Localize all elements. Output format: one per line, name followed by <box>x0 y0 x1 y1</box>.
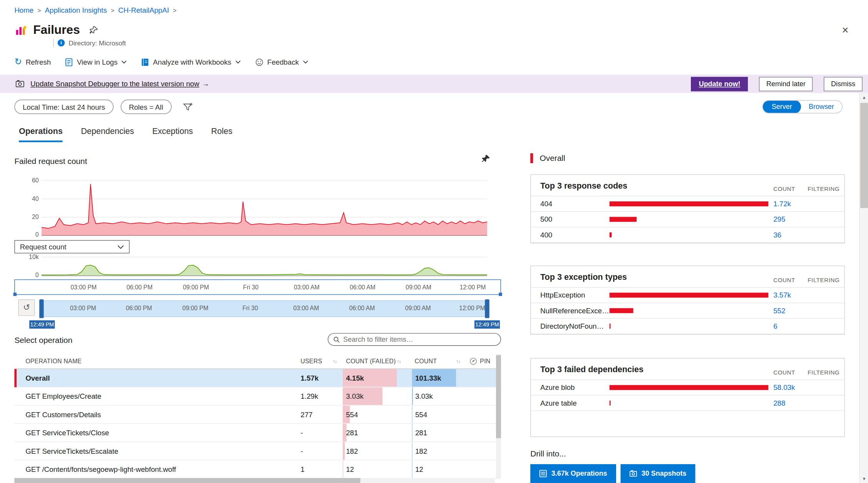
page-scrollbar[interactable]: ▲ ▼ <box>859 93 868 483</box>
scroll-up-icon[interactable]: ▲ <box>860 93 868 102</box>
brush-end-handle[interactable] <box>485 299 489 318</box>
table-row[interactable]: GET ServiceTickets/Close - 281 281 <box>14 424 501 442</box>
request-count-plot-area <box>42 257 487 276</box>
count-link[interactable]: 288 <box>773 399 785 407</box>
directory-row: i Directory: Microsoft <box>53 39 126 47</box>
scroll-down-icon[interactable]: ▼ <box>860 474 868 483</box>
count-bar <box>610 292 769 297</box>
sort-icon[interactable]: ↑↓ <box>456 359 460 364</box>
table-vertical-scrollbar[interactable] <box>496 354 501 478</box>
count-bar <box>610 308 633 313</box>
column-header-users[interactable]: USERS <box>287 354 333 368</box>
breadcrumb-home[interactable]: Home <box>14 6 34 15</box>
brush-start-handle[interactable] <box>39 299 44 318</box>
tab-roles[interactable]: Roles <box>211 126 232 142</box>
roles-filter-pill[interactable]: Roles = All <box>121 100 171 114</box>
scrollbar-thumb[interactable] <box>14 478 360 483</box>
table-horizontal-scrollbar[interactable] <box>14 478 495 483</box>
dismiss-button[interactable]: Dismiss <box>824 77 862 91</box>
range-handle[interactable] <box>499 292 502 296</box>
response-code-row[interactable]: 500 295 <box>531 211 845 227</box>
metric-select-dropdown[interactable]: Request count <box>14 240 129 254</box>
view-in-logs-button[interactable]: View in Logs <box>65 58 127 66</box>
x-axis-label: 03:00 AM <box>294 284 320 290</box>
table-row[interactable]: GET ServiceTickets/Escalate - 182 182 <box>14 442 501 460</box>
sort-icon[interactable]: ↑↓ <box>333 359 337 364</box>
refresh-label: Refresh <box>26 58 51 66</box>
brush-axis-label: 09:00 AM <box>405 305 431 311</box>
table-row[interactable]: GET Customers/Details 277 554 554 <box>14 406 501 424</box>
scrollbar-thumb[interactable] <box>860 103 868 208</box>
snapshots-drill-button[interactable]: 30 Snapshots <box>620 464 695 483</box>
tab-exceptions[interactable]: Exceptions <box>152 126 193 142</box>
brush-axis-label: 03:00 PM <box>70 305 96 311</box>
pin-column-icon[interactable] <box>469 358 477 365</box>
snapshot-debugger-icon <box>15 79 24 88</box>
brush-axis-label: 12:00 PM <box>459 305 485 311</box>
search-input[interactable] <box>343 336 495 343</box>
failed-dependency-row[interactable]: Azure table 288 <box>531 395 845 410</box>
tab-dependencies[interactable]: Dependencies <box>81 126 134 142</box>
brush-axis-label: Fri 30 <box>243 305 258 311</box>
server-toggle-button[interactable]: Server <box>763 100 801 114</box>
add-filter-icon[interactable] <box>180 100 194 114</box>
table-row-overall[interactable]: Overall 1.57k 4.15k 101.33k <box>14 369 501 387</box>
table-row[interactable]: GET Employees/Create 1.29k 3.03k 3.03k <box>14 387 501 405</box>
column-header-count-failed[interactable]: COUNT (FAILED) <box>343 354 397 368</box>
range-handle[interactable] <box>13 292 17 296</box>
count-column-header: COUNT <box>773 277 795 283</box>
response-code-row[interactable]: 404 1.72k <box>531 196 845 211</box>
feedback-button[interactable]: Feedback <box>255 58 308 66</box>
refresh-button[interactable]: ↻ Refresh <box>14 58 51 67</box>
info-icon[interactable]: i <box>58 39 65 47</box>
sort-icon[interactable]: ↑↓ <box>397 359 401 364</box>
chevron-down-icon <box>121 60 127 64</box>
x-axis-line <box>42 276 487 276</box>
count-link[interactable]: 552 <box>773 306 785 315</box>
exception-type-row[interactable]: HttpException 3.57k <box>531 287 845 303</box>
time-range-filter-pill[interactable]: Local Time: Last 24 hours <box>14 100 113 114</box>
pin-icon[interactable] <box>90 26 98 34</box>
operations-drill-button[interactable]: 3.67k Operations <box>530 464 616 483</box>
column-header-count[interactable]: COUNT <box>412 354 456 368</box>
remind-later-button[interactable]: Remind later <box>759 77 813 91</box>
scrollbar-thumb[interactable] <box>496 355 501 438</box>
brush-start-time-chip: 12:49 PM <box>29 320 55 329</box>
column-header-operation-name[interactable]: OPERATION NAME <box>14 354 287 368</box>
count-link[interactable]: 6 <box>773 322 777 331</box>
reset-zoom-button[interactable]: ↺ <box>18 299 35 316</box>
close-icon[interactable]: × <box>842 24 848 35</box>
search-icon <box>333 336 340 343</box>
count-bar <box>610 324 611 329</box>
time-axis-selection-box[interactable]: 03:00 PM 06:00 PM 09:00 PM Fri 30 03:00 … <box>14 279 501 295</box>
breadcrumb-application-insights[interactable]: Application Insights <box>45 6 107 15</box>
exception-type-row[interactable]: DirectoryNotFoun… 6 <box>531 318 845 334</box>
analyze-with-workbooks-button[interactable]: Analyze with Workbooks <box>141 58 241 66</box>
operation-search-box[interactable] <box>328 333 501 346</box>
breadcrumb-separator-icon: > <box>173 7 176 13</box>
failed-dependency-row[interactable]: Azure blob 58.03k <box>531 379 845 395</box>
browser-toggle-button[interactable]: Browser <box>801 103 842 110</box>
column-header-pin[interactable]: PIN <box>480 358 490 364</box>
overall-legend: Overall <box>530 153 565 163</box>
failed-request-count-chart[interactable]: 60 40 20 0 <box>14 175 501 236</box>
table-row[interactable]: GET /Content/fonts/segoewp-light-webfont… <box>14 460 501 478</box>
count-link[interactable]: 295 <box>773 215 785 224</box>
x-axis-label: 06:00 PM <box>126 284 152 290</box>
request-count-chart[interactable]: 10k 0 <box>14 255 501 276</box>
breadcrumb-resource[interactable]: CH-RetailAppAI <box>118 6 169 15</box>
count-link[interactable]: 1.72k <box>773 200 791 208</box>
count-link[interactable]: 3.57k <box>773 291 791 299</box>
tab-operations[interactable]: Operations <box>19 126 63 142</box>
smiley-icon <box>255 58 263 66</box>
update-now-button[interactable]: Update now! <box>691 77 748 91</box>
response-code-row[interactable]: 400 36 <box>531 227 845 242</box>
pin-chart-icon[interactable] <box>482 154 491 163</box>
link-arrow-icon: → <box>202 80 209 88</box>
update-snapshot-debugger-link[interactable]: Update Snapshot Debugger to the latest v… <box>30 80 199 88</box>
count-link[interactable]: 58.03k <box>773 383 795 392</box>
count-link[interactable]: 36 <box>773 231 781 239</box>
exception-type-row[interactable]: NullReferenceExce… 552 <box>531 303 845 318</box>
count-column-header: COUNT <box>773 186 795 192</box>
y-tick-label: 40 <box>17 195 39 202</box>
